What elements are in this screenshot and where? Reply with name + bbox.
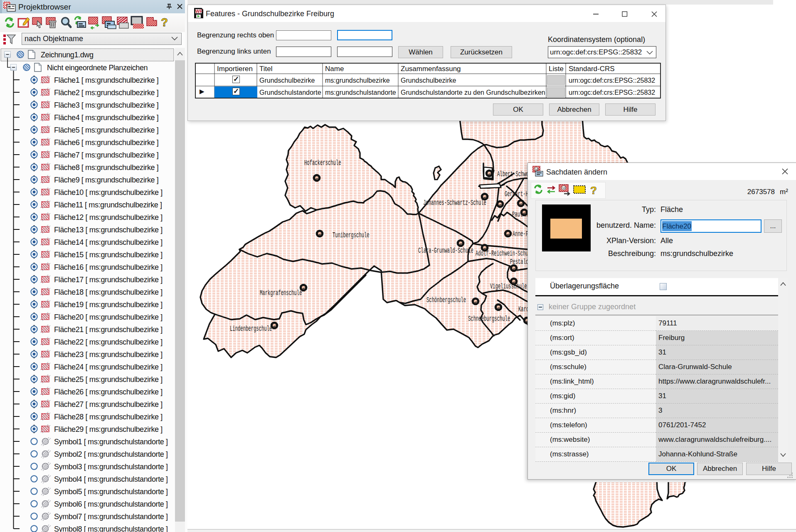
svg-text:Fläche7 [ ms:grundschulbezirke: Fläche7 [ ms:grundschulbezirke ]: [54, 151, 158, 159]
svg-text:M: M: [535, 167, 538, 171]
svg-text:Fläche3 [ ms:grundschulbezirke: Fläche3 [ ms:grundschulbezirke ]: [54, 101, 158, 109]
svg-text:Markgrafenschule: Markgrafenschule: [260, 289, 302, 297]
svg-text:Zeichnung1.dwg: Zeichnung1.dwg: [41, 51, 94, 59]
svg-text:M: M: [562, 186, 565, 190]
svg-text:Symbol3 [ ms:grundschulstandor: Symbol3 [ ms:grundschulstandorte ]: [54, 463, 168, 471]
svg-text:Symbol8 [ ms:grundschulstandor: Symbol8 [ ms:grundschulstandorte ]: [54, 525, 168, 532]
svg-text:Symbol2 [ ms:grundschulstandor: Symbol2 [ ms:grundschulstandorte ]: [54, 450, 168, 458]
svg-text:Symbol6 [ ms:grundschulstandor: Symbol6 [ ms:grundschulstandorte ]: [54, 500, 168, 508]
svg-text:Symbol7 [ ms:grundschulstandor: Symbol7 [ ms:grundschulstandorte ]: [54, 512, 168, 521]
svg-text:Fläche1 [ ms:grundschulbezirke: Fläche1 [ ms:grundschulbezirke ]: [54, 76, 158, 84]
svg-text:Lindenbergschule: Lindenbergschule: [230, 325, 272, 333]
svg-text:Fläche12 [ ms:grundschulbezirk: Fläche12 [ ms:grundschulbezirke ]: [54, 213, 163, 222]
svg-text:Fläche16 [ ms:grundschulbezirk: Fläche16 [ ms:grundschulbezirke ]: [54, 263, 163, 271]
svg-text:Fläche23 [ ms:grundschulbezirk: Fläche23 [ ms:grundschulbezirke ]: [54, 350, 163, 359]
svg-text:Fläche9 [ ms:grundschulbezirke: Fläche9 [ ms:grundschulbezirke ]: [54, 176, 158, 184]
svg-text:Fläche5 [ ms:grundschulbezirke: Fläche5 [ ms:grundschulbezirke ]: [54, 126, 158, 134]
svg-text:Fläche11 [ ms:grundschulbezirk: Fläche11 [ ms:grundschulbezirke ]: [54, 201, 162, 209]
svg-text:Schönbergschule: Schönbergschule: [426, 296, 466, 304]
svg-text:Fläche4 [ ms:grundschulbezirke: Fläche4 [ ms:grundschulbezirke ]: [54, 113, 158, 122]
svg-text:Nicht eingeordnete Planzeichen: Nicht eingeordnete Planzeichen: [47, 64, 148, 72]
svg-text:Fläche13 [ ms:grundschulbezirk: Fläche13 [ ms:grundschulbezirke ]: [54, 226, 163, 234]
svg-text:Tunibergschule: Tunibergschule: [333, 231, 370, 239]
svg-text:Adolf-Reichwein-Schule: Adolf-Reichwein-Schule: [476, 249, 533, 258]
svg-text:Fläche24 [ ms:grundschulbezirk: Fläche24 [ ms:grundschulbezirke ]: [54, 363, 163, 371]
svg-text:Symbol1 [ ms:grundschulstandor: Symbol1 [ ms:grundschulstandorte ]: [54, 438, 168, 446]
svg-text:Fläche20 [ ms:grundschulbezirk: Fläche20 [ ms:grundschulbezirke ]: [54, 313, 163, 321]
svg-text:Fläche29 [ ms:grundschulbezirk: Fläche29 [ ms:grundschulbezirke ]: [54, 425, 163, 433]
svg-text:Fläche22 [ ms:grundschulbezirk: Fläche22 [ ms:grundschulbezirke ]: [54, 338, 163, 346]
svg-text:?: ?: [590, 184, 597, 197]
svg-text:Fläche8 [ ms:grundschulbezirke: Fläche8 [ ms:grundschulbezirke ]: [54, 163, 158, 172]
svg-text:Fläche6 [ ms:grundschulbezirke: Fläche6 [ ms:grundschulbezirke ]: [54, 138, 158, 147]
svg-text:?: ?: [161, 16, 168, 29]
svg-text:Fläche15 [ ms:grundschulbezirk: Fläche15 [ ms:grundschulbezirke ]: [54, 251, 163, 259]
svg-text:Fläche27 [ ms:grundschulbezirk: Fläche27 [ ms:grundschulbezirke ]: [54, 400, 163, 409]
svg-text:Schneeburgschule: Schneeburgschule: [468, 315, 510, 323]
svg-text:Fläche18 [ ms:grundschulbezirk: Fläche18 [ ms:grundschulbezirke ]: [54, 288, 163, 296]
svg-text:Fläche10 [ ms:grundschulbezirk: Fläche10 [ ms:grundschulbezirke ]: [54, 188, 163, 197]
svg-text:WF: WF: [195, 9, 202, 14]
svg-text:Fläche19 [ ms:grundschulbezirk: Fläche19 [ ms:grundschulbezirke ]: [54, 300, 163, 309]
svg-text:Fläche28 [ ms:grundschulbezirk: Fläche28 [ ms:grundschulbezirke ]: [54, 413, 163, 421]
svg-text:Clara-Grunwald-Schule: Clara-Grunwald-Schule: [418, 246, 473, 255]
svg-text:Symbol4 [ ms:grundschulstandor: Symbol4 [ ms:grundschulstandorte ]: [54, 475, 168, 483]
svg-text:Fläche17 [ ms:grundschulbezirk: Fläche17 [ ms:grundschulbezirke ]: [54, 276, 163, 284]
svg-text:Fläche14 [ ms:grundschulbezirk: Fläche14 [ ms:grundschulbezirke ]: [54, 238, 163, 246]
svg-text:Symbol5 [ ms:grundschulstandor: Symbol5 [ ms:grundschulstandorte ]: [54, 488, 168, 496]
svg-text:Fläche26 [ ms:grundschulbezirk: Fläche26 [ ms:grundschulbezirke ]: [54, 388, 163, 396]
svg-text:Johannes-Schwartz-Schule: Johannes-Schwartz-Schule: [423, 199, 486, 207]
svg-text:Fläche25 [ ms:grundschulbezirk: Fläche25 [ ms:grundschulbezirke ]: [54, 375, 163, 384]
svg-text:Fläche21 [ ms:grundschulbezirk: Fläche21 [ ms:grundschulbezirke ]: [54, 325, 163, 334]
svg-text:Hofackerschule: Hofackerschule: [304, 159, 341, 167]
svg-text:Fläche2 [ ms:grundschulbezirke: Fläche2 [ ms:grundschulbezirke ]: [54, 89, 158, 97]
svg-text:Vigeliusschule I: Vigeliusschule I: [490, 282, 532, 291]
